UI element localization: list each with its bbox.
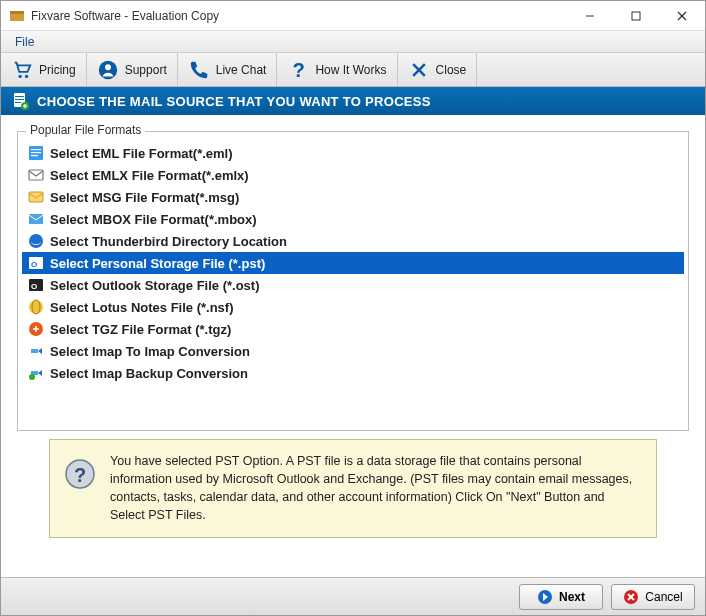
arrow-right-icon bbox=[537, 589, 553, 605]
svg-rect-3 bbox=[632, 12, 640, 20]
file-item-label: Select MSG File Format(*.msg) bbox=[50, 190, 239, 205]
svg-text:O: O bbox=[31, 282, 37, 291]
cancel-x-icon bbox=[623, 589, 639, 605]
toolbar-label: Support bbox=[125, 63, 167, 77]
svg-point-6 bbox=[19, 74, 22, 77]
svg-point-35 bbox=[29, 374, 35, 380]
info-text: You have selected PST Option. A PST file… bbox=[110, 452, 642, 525]
file-item-pst[interactable]: OSelect Personal Storage File (*.pst) bbox=[22, 252, 684, 274]
file-item-label: Select Personal Storage File (*.pst) bbox=[50, 256, 265, 271]
x-icon bbox=[408, 59, 430, 81]
file-item-ost[interactable]: OSelect Outlook Storage File (*.ost) bbox=[22, 274, 684, 296]
file-item-label: Select MBOX File Format(*.mbox) bbox=[50, 212, 257, 227]
svg-rect-15 bbox=[15, 99, 24, 100]
imap-icon bbox=[28, 343, 44, 359]
question-icon: ? bbox=[287, 59, 309, 81]
cart-icon bbox=[11, 59, 33, 81]
file-item-imap[interactable]: Select Imap To Imap Conversion bbox=[22, 340, 684, 362]
next-button[interactable]: Next bbox=[519, 584, 603, 610]
mbox-icon bbox=[28, 211, 44, 227]
minimize-button[interactable] bbox=[567, 1, 613, 31]
toolbar-livechat[interactable]: Live Chat bbox=[178, 53, 278, 86]
svg-point-7 bbox=[25, 74, 28, 77]
svg-point-27 bbox=[29, 234, 43, 248]
nsf-icon bbox=[28, 299, 44, 315]
pst-icon: O bbox=[28, 255, 44, 271]
file-item-msg[interactable]: Select MSG File Format(*.msg) bbox=[22, 186, 684, 208]
file-item-thunderbird[interactable]: Select Thunderbird Directory Location bbox=[22, 230, 684, 252]
file-item-label: Select EMLX File Format(*.emlx) bbox=[50, 168, 249, 183]
emlx-icon bbox=[28, 167, 44, 183]
headset-icon bbox=[97, 59, 119, 81]
menubar: File bbox=[1, 31, 705, 53]
file-item-nsf[interactable]: Select Lotus Notes File (*.nsf) bbox=[22, 296, 684, 318]
msg-icon bbox=[28, 189, 44, 205]
window-title: Fixvare Software - Evaluation Copy bbox=[31, 9, 567, 23]
info-question-icon: ? bbox=[64, 458, 96, 490]
thunderbird-icon bbox=[28, 233, 44, 249]
footer-bar: Next Cancel bbox=[1, 577, 705, 615]
banner-text: CHOOSE THE MAIL SOURCE THAT YOU WANT TO … bbox=[37, 94, 431, 109]
file-formats-group: Popular File Formats Select EML File For… bbox=[17, 131, 689, 431]
instruction-banner: CHOOSE THE MAIL SOURCE THAT YOU WANT TO … bbox=[1, 87, 705, 115]
file-item-label: Select Imap Backup Conversion bbox=[50, 366, 248, 381]
file-item-label: Select Lotus Notes File (*.nsf) bbox=[50, 300, 233, 315]
content-area: Popular File Formats Select EML File For… bbox=[1, 115, 705, 575]
file-item-tgz[interactable]: Select TGZ File Format (*.tgz) bbox=[22, 318, 684, 340]
tgz-icon bbox=[28, 321, 44, 337]
ost-icon: O bbox=[28, 277, 44, 293]
toolbar-pricing[interactable]: Pricing bbox=[1, 53, 87, 86]
file-item-imapbackup[interactable]: Select Imap Backup Conversion bbox=[22, 362, 684, 384]
document-plus-icon bbox=[11, 92, 29, 110]
svg-rect-23 bbox=[31, 155, 38, 156]
toolbar-label: Pricing bbox=[39, 63, 76, 77]
cancel-label: Cancel bbox=[645, 590, 682, 604]
cancel-button[interactable]: Cancel bbox=[611, 584, 695, 610]
file-item-label: Select Thunderbird Directory Location bbox=[50, 234, 287, 249]
svg-point-32 bbox=[29, 300, 43, 314]
toolbar-howitworks[interactable]: ? How It Works bbox=[277, 53, 397, 86]
imapbackup-icon bbox=[28, 365, 44, 381]
maximize-button[interactable] bbox=[613, 1, 659, 31]
file-item-eml[interactable]: Select EML File Format(*.eml) bbox=[22, 142, 684, 164]
svg-rect-24 bbox=[29, 170, 43, 180]
svg-rect-26 bbox=[29, 214, 43, 224]
close-window-button[interactable] bbox=[659, 1, 705, 31]
file-item-label: Select EML File Format(*.eml) bbox=[50, 146, 233, 161]
svg-text:?: ? bbox=[74, 464, 86, 486]
svg-text:O: O bbox=[31, 260, 37, 269]
svg-rect-14 bbox=[15, 96, 24, 97]
toolbar-label: How It Works bbox=[315, 63, 386, 77]
toolbar-label: Close bbox=[436, 63, 467, 77]
next-label: Next bbox=[559, 590, 585, 604]
file-item-emlx[interactable]: Select EMLX File Format(*.emlx) bbox=[22, 164, 684, 186]
toolbar-close[interactable]: Close bbox=[398, 53, 478, 86]
groupbox-legend: Popular File Formats bbox=[26, 123, 145, 137]
file-item-mbox[interactable]: Select MBOX File Format(*.mbox) bbox=[22, 208, 684, 230]
file-item-label: Select Imap To Imap Conversion bbox=[50, 344, 250, 359]
svg-point-9 bbox=[105, 64, 111, 70]
file-item-label: Select Outlook Storage File (*.ost) bbox=[50, 278, 259, 293]
titlebar: Fixvare Software - Evaluation Copy bbox=[1, 1, 705, 31]
file-list: Select EML File Format(*.eml)Select EMLX… bbox=[22, 142, 684, 384]
file-item-label: Select TGZ File Format (*.tgz) bbox=[50, 322, 231, 337]
eml-icon bbox=[28, 145, 44, 161]
svg-rect-21 bbox=[31, 149, 41, 150]
svg-text:?: ? bbox=[293, 59, 305, 81]
info-panel: ? You have selected PST Option. A PST fi… bbox=[49, 439, 657, 538]
toolbar-support[interactable]: Support bbox=[87, 53, 178, 86]
svg-rect-1 bbox=[10, 11, 24, 14]
menu-file[interactable]: File bbox=[7, 33, 42, 51]
toolbar: Pricing Support Live Chat ? How It Works… bbox=[1, 53, 705, 87]
svg-rect-25 bbox=[29, 192, 43, 202]
phone-icon bbox=[188, 59, 210, 81]
toolbar-label: Live Chat bbox=[216, 63, 267, 77]
svg-rect-22 bbox=[31, 152, 41, 153]
app-icon bbox=[9, 8, 25, 24]
svg-rect-16 bbox=[15, 102, 21, 103]
